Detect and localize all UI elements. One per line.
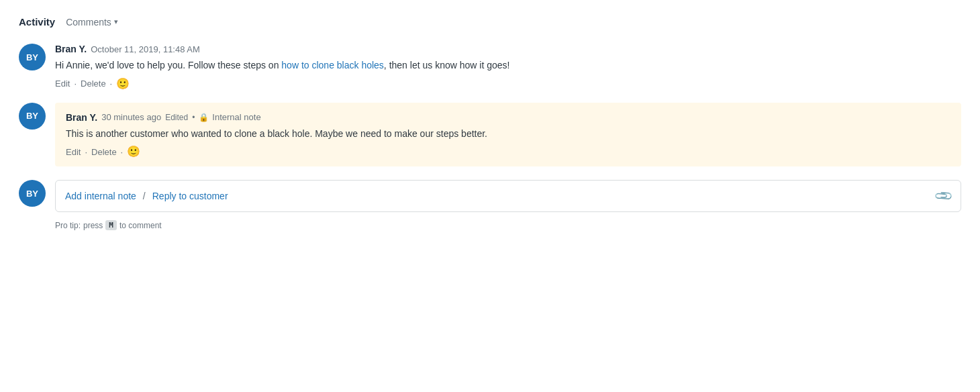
comment-meta: Bran Y. October 11, 2019, 11:48 AM	[55, 44, 961, 54]
comment-item: BY Bran Y. October 11, 2019, 11:48 AM Hi…	[19, 44, 961, 89]
lock-icon: 🔒	[199, 113, 209, 122]
internal-note-label: 🔒 Internal note	[199, 112, 260, 122]
comment-timestamp: October 11, 2019, 11:48 AM	[91, 44, 200, 54]
comment-text: Hi Annie, we'd love to help you. Follow …	[55, 58, 961, 73]
emoji-reaction-button[interactable]: 🙂	[127, 146, 140, 157]
activity-title: Activity	[19, 16, 55, 28]
comment-text: This is another customer who wanted to c…	[66, 127, 950, 142]
chevron-down-icon: ▾	[114, 17, 118, 26]
reply-input-wrapper[interactable]: Add internal note / Reply to customer 📎	[55, 180, 961, 212]
avatar: BY	[19, 180, 46, 207]
comment-author: Bran Y.	[55, 44, 87, 54]
delete-button[interactable]: Delete	[81, 79, 106, 89]
dot-separator: •	[192, 113, 195, 122]
action-separator: ·	[121, 147, 124, 157]
comments-label: Comments	[66, 17, 111, 28]
comments-dropdown[interactable]: Comments ▾	[66, 17, 118, 28]
pro-tip: Pro tip: press M to comment	[55, 220, 961, 230]
activity-header: Activity Comments ▾	[19, 16, 961, 28]
comment-item-internal: BY Bran Y. 30 minutes ago Edited • 🔒 Int…	[19, 103, 961, 167]
avatar: BY	[19, 103, 46, 130]
action-separator: ·	[85, 147, 87, 157]
internal-note-wrapper: Bran Y. 30 minutes ago Edited • 🔒 Intern…	[55, 103, 961, 167]
clone-black-holes-link[interactable]: how to clone black holes	[281, 60, 384, 70]
reply-separator: /	[143, 191, 146, 201]
edited-badge: Edited	[165, 113, 188, 122]
add-internal-note-button[interactable]: Add internal note	[65, 191, 136, 201]
reply-to-customer-button[interactable]: Reply to customer	[152, 191, 228, 201]
attachment-icon[interactable]: 📎	[933, 186, 954, 207]
edit-button[interactable]: Edit	[66, 147, 81, 157]
action-separator: ·	[110, 79, 113, 89]
emoji-reaction-button[interactable]: 🙂	[116, 79, 130, 89]
comment-body: Bran Y. October 11, 2019, 11:48 AM Hi An…	[55, 44, 961, 89]
pro-tip-text-before: press	[83, 221, 103, 230]
pro-tip-text-after: to comment	[119, 221, 162, 230]
comment-actions: Edit · Delete · 🙂	[55, 79, 961, 89]
action-separator: ·	[74, 79, 77, 89]
comment-author: Bran Y.	[66, 112, 97, 123]
comment-actions: Edit · Delete · 🙂	[66, 146, 950, 157]
pro-tip-label: Pro tip:	[55, 221, 81, 230]
comment-timestamp: 30 minutes ago	[101, 112, 161, 122]
internal-note-text: Internal note	[212, 112, 260, 122]
reply-area: BY Add internal note / Reply to customer…	[19, 180, 961, 212]
edit-button[interactable]: Edit	[55, 79, 70, 89]
comment-meta: Bran Y. 30 minutes ago Edited • 🔒 Intern…	[66, 112, 950, 123]
avatar: BY	[19, 44, 46, 70]
reply-input-text: Add internal note / Reply to customer	[65, 191, 228, 201]
keyboard-shortcut-badge: M	[105, 220, 117, 230]
delete-button[interactable]: Delete	[91, 147, 117, 157]
